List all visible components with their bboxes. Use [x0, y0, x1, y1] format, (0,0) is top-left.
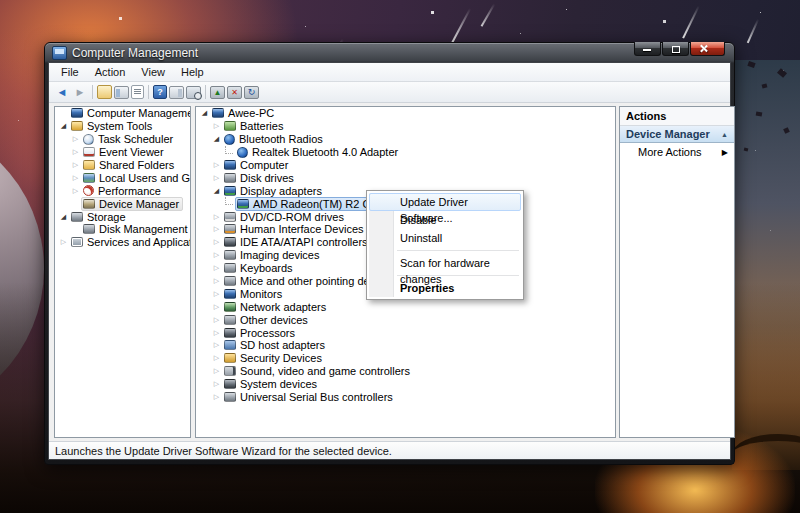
console-tree-item[interactable]: Computer Management (Local — [69, 106, 191, 120]
device-tree-item[interactable]: System devices — [222, 377, 321, 391]
console-tree-item[interactable]: Device Manager — [81, 197, 183, 211]
device-tree-item[interactable]: Network adapters — [222, 300, 330, 314]
collapsed-expander-icon[interactable]: ▷ — [211, 211, 222, 223]
update-driver-icon[interactable]: ▲ — [210, 86, 225, 99]
console-tree-icon[interactable] — [114, 86, 129, 99]
menu-view[interactable]: View — [133, 64, 173, 80]
console-tree-item[interactable]: Local Users and Groups — [81, 171, 191, 185]
help-icon[interactable]: ? — [153, 85, 167, 99]
maximize-icon — [672, 46, 680, 53]
device-tree-item[interactable]: Computer — [222, 158, 292, 172]
forward-icon[interactable]: ► — [72, 85, 88, 100]
menu-file[interactable]: File — [53, 64, 87, 80]
collapsed-expander-icon[interactable]: ▷ — [211, 327, 222, 339]
console-tree-item[interactable]: Performance — [81, 184, 165, 198]
device-tree-item[interactable]: Monitors — [222, 287, 286, 301]
expanded-expander-icon[interactable]: ◢ — [58, 211, 69, 223]
scan-hardware-icon[interactable]: ↻ — [244, 86, 259, 99]
collapsed-expander-icon[interactable]: ▷ — [70, 185, 81, 197]
collapsed-expander-icon[interactable]: ▷ — [211, 249, 222, 261]
expanded-expander-icon[interactable]: ◢ — [199, 107, 210, 119]
device-tree-item[interactable]: Batteries — [222, 119, 287, 133]
device-tree-item[interactable]: Imaging devices — [222, 248, 324, 262]
device-tree-item[interactable]: Human Interface Devices — [222, 222, 368, 236]
context-menu-item-uninstall[interactable]: Uninstall — [369, 229, 521, 247]
collapsed-expander-icon[interactable]: ▷ — [211, 352, 222, 364]
actions-section-device-manager[interactable]: Device Manager ▲ — [620, 126, 734, 143]
collapsed-expander-icon[interactable]: ▷ — [70, 172, 81, 184]
other-icon — [224, 315, 236, 325]
collapsed-expander-icon[interactable]: ▷ — [211, 172, 222, 184]
device-tree-item[interactable]: SD host adapters — [222, 338, 329, 352]
context-menu-item-properties[interactable]: Properties — [369, 279, 521, 297]
window-title: Computer Management — [72, 46, 198, 60]
context-menu-item-disable[interactable]: Disable — [369, 211, 521, 229]
device-tree-item[interactable]: Disk drives — [222, 171, 298, 185]
collapsed-expander-icon[interactable]: ▷ — [211, 314, 222, 326]
device-tree-item[interactable]: Keyboards — [222, 261, 297, 275]
maximize-button[interactable] — [662, 42, 689, 56]
device-tree-item[interactable]: Security Devices — [222, 351, 326, 365]
status-bar: Launches the Update Driver Software Wiza… — [49, 441, 730, 459]
collapsed-expander-icon[interactable]: ▷ — [211, 262, 222, 274]
collapsed-expander-icon[interactable]: ▷ — [211, 378, 222, 390]
perf-icon — [83, 185, 94, 196]
find-icon[interactable] — [186, 86, 201, 99]
device-tree-item[interactable]: Awee-PC — [210, 106, 278, 120]
device-tree-item[interactable]: Sound, video and game controllers — [222, 364, 414, 378]
bt-adapter-icon — [237, 147, 248, 158]
console-tree-item[interactable]: Services and Applications — [69, 235, 191, 249]
device-tree-item[interactable]: Display adapters — [222, 184, 326, 198]
expanded-expander-icon[interactable]: ◢ — [211, 185, 222, 197]
collapsed-expander-icon[interactable]: ▷ — [211, 301, 222, 313]
device-tree-label: IDE ATA/ATAPI controllers — [240, 236, 368, 248]
collapsed-expander-icon[interactable]: ▷ — [70, 133, 81, 145]
expanded-expander-icon[interactable]: ◢ — [58, 120, 69, 132]
expanded-expander-icon[interactable]: ◢ — [211, 133, 222, 145]
uninstall-icon[interactable]: ✕ — [227, 86, 242, 99]
console-tree-item[interactable]: Storage — [69, 210, 130, 224]
collapsed-expander-icon[interactable]: ▷ — [211, 120, 222, 132]
close-button[interactable] — [690, 42, 725, 56]
collapsed-expander-icon[interactable]: ▷ — [70, 159, 81, 171]
collapsed-expander-icon[interactable]: ▷ — [211, 391, 222, 403]
collapsed-expander-icon[interactable]: ▷ — [211, 159, 222, 171]
collapsed-expander-icon[interactable]: ▷ — [211, 236, 222, 248]
console-tree-item[interactable]: Task Scheduler — [81, 132, 177, 146]
device-tree-item[interactable]: Processors — [222, 326, 299, 340]
users-icon — [83, 173, 95, 183]
collapsed-expander-icon[interactable]: ▷ — [211, 339, 222, 351]
export-icon[interactable] — [97, 85, 112, 99]
device-tree-row: ▷Universal Serial Bus controllers — [196, 391, 615, 404]
collapsed-expander-icon[interactable]: ▷ — [211, 288, 222, 300]
console-tree-item[interactable]: Disk Management — [81, 222, 191, 236]
menu-help[interactable]: Help — [173, 64, 212, 80]
menu-action[interactable]: Action — [87, 64, 134, 80]
context-menu-item-update-driver-software[interactable]: Update Driver Software... — [369, 193, 521, 211]
console-tree-label: Task Scheduler — [98, 133, 173, 145]
collapsed-expander-icon[interactable]: ▷ — [211, 223, 222, 235]
chevron-up-icon[interactable]: ▲ — [721, 131, 728, 138]
device-tree-item[interactable]: Other devices — [222, 313, 312, 327]
title-bar[interactable]: Computer Management — [48, 43, 731, 62]
console-tree-item[interactable]: Event Viewer — [81, 145, 168, 159]
properties-icon[interactable] — [131, 85, 144, 99]
device-tree-item[interactable]: Bluetooth Radios — [222, 132, 327, 146]
context-menu-item-scan-for-hardware-changes[interactable]: Scan for hardware changes — [369, 254, 521, 272]
console-tree-item[interactable]: Shared Folders — [81, 158, 178, 172]
minimize-button[interactable] — [634, 42, 661, 56]
console-tree-label: Services and Applications — [87, 236, 191, 248]
device-tree-item[interactable]: Universal Serial Bus controllers — [222, 390, 397, 404]
console-tree-item[interactable]: System Tools — [69, 119, 156, 133]
more-actions-item[interactable]: More Actions ▶ — [620, 143, 734, 161]
collapsed-expander-icon[interactable]: ▷ — [211, 365, 222, 377]
action-pane-icon[interactable] — [169, 86, 184, 99]
back-icon[interactable]: ◄ — [54, 85, 70, 100]
collapsed-expander-icon[interactable]: ▷ — [70, 146, 81, 158]
device-tree-item[interactable]: Realtek Bluetooth 4.0 Adapter — [235, 145, 402, 159]
collapsed-expander-icon[interactable]: ▷ — [211, 275, 222, 287]
device-tree-item[interactable]: IDE ATA/ATAPI controllers — [222, 235, 372, 249]
device-tree-item[interactable]: DVD/CD-ROM drives — [222, 210, 348, 224]
console-tree-pane[interactable]: Computer Management (Local◢System Tools▷… — [54, 106, 191, 438]
collapsed-expander-icon[interactable]: ▷ — [58, 236, 69, 248]
